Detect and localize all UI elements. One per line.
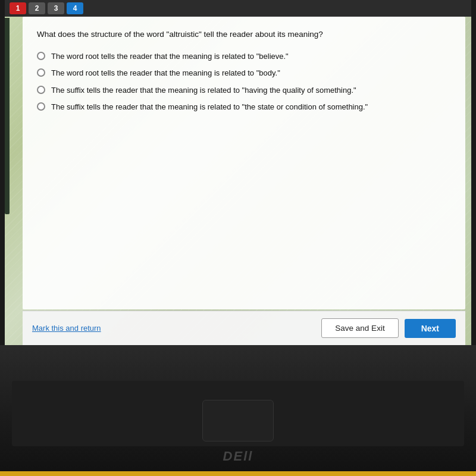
action-bar: Mark this and return Save and Exit Next [23,311,465,345]
tab-4[interactable]: 4 [67,2,83,14]
options-list: The word root tells the reader that the … [37,51,451,300]
laptop-body: DEll [0,345,476,476]
tab-1[interactable]: 1 [10,2,26,14]
list-item[interactable]: The word root tells the reader that the … [37,68,451,79]
option-text-4: The suffix tells the reader that the mea… [51,102,451,112]
tab-2[interactable]: 2 [29,2,45,14]
left-strip [5,18,10,214]
top-navigation-bar: 1 2 3 4 [5,0,471,17]
save-exit-button[interactable]: Save and Exit [321,318,398,338]
quiz-container: What does the structure of the word "alt… [23,17,465,309]
tab-3[interactable]: 3 [48,2,64,14]
option-text-3: The suffix tells the reader that the mea… [51,85,451,96]
list-item[interactable]: The word root tells the reader that the … [37,51,451,62]
option-text-1: The word root tells the reader that the … [51,51,451,62]
trackpad [202,400,274,441]
dell-logo: DEll [223,449,253,464]
screen: 1 2 3 4 What does the structure of the w… [5,0,471,345]
question-text: What does the structure of the word "alt… [37,29,451,40]
radio-option-3[interactable] [37,86,45,94]
radio-option-2[interactable] [37,68,45,77]
option-text-2: The word root tells the reader that the … [51,68,451,79]
yellow-strip [0,471,476,476]
list-item[interactable]: The suffix tells the reader that the mea… [37,85,451,96]
list-item[interactable]: The suffix tells the reader that the mea… [37,102,451,112]
action-buttons: Save and Exit Next [321,318,456,338]
next-button[interactable]: Next [405,319,456,338]
radio-option-4[interactable] [37,102,45,111]
mark-return-link[interactable]: Mark this and return [32,324,101,333]
radio-option-1[interactable] [37,52,45,60]
